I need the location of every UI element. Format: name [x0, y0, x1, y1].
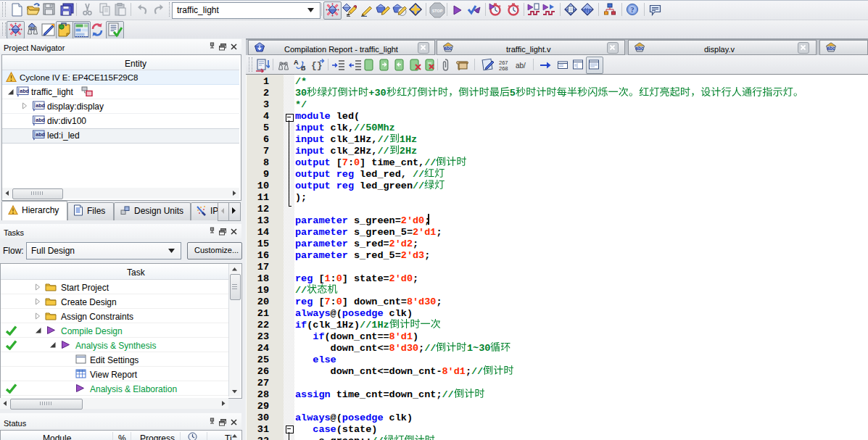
svg-text:268: 268 — [499, 65, 508, 72]
svg-text:ab/: ab/ — [516, 62, 526, 70]
svg-text:A: A — [294, 59, 299, 66]
svg-text:abc: abc — [635, 46, 644, 51]
svg-text:abd: abd — [36, 102, 45, 109]
svg-text:abc: abc — [444, 46, 452, 51]
svg-text:{}: {} — [311, 60, 323, 71]
svg-text:abd: abd — [20, 88, 29, 94]
svg-text:STOP: STOP — [432, 9, 443, 13]
svg-text:abd: abd — [36, 131, 45, 138]
svg-text:?: ? — [631, 6, 635, 14]
svg-text:B: B — [301, 65, 306, 72]
svg-text:abd: abd — [36, 117, 45, 123]
svg-text:abc: abc — [827, 46, 835, 51]
